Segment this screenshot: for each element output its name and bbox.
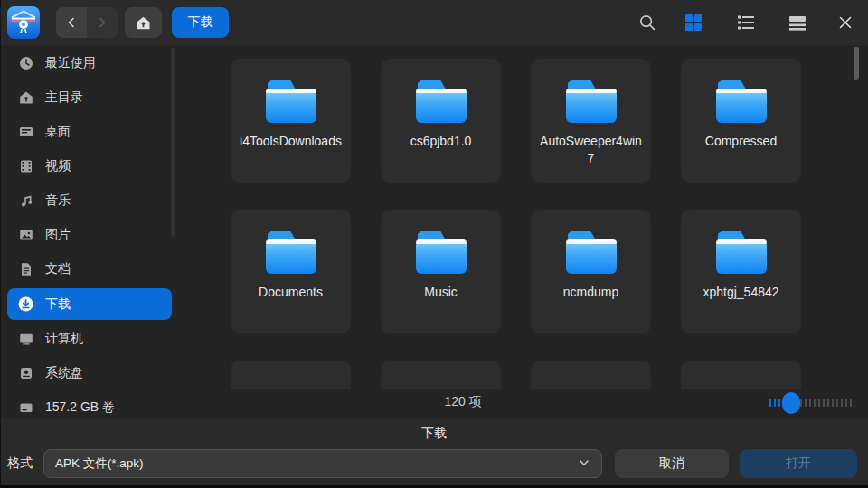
download-circle-icon bbox=[18, 296, 33, 312]
picture-icon bbox=[18, 228, 33, 243]
file-grid-area: i4ToolsDownloads cs6pjbd1.0 AutoSweeper4… bbox=[181, 45, 868, 389]
desktop-icon bbox=[18, 125, 33, 140]
statusbar: 120 项 bbox=[181, 389, 868, 418]
music-note-icon bbox=[18, 193, 33, 209]
sidebar: 最近使用 主目录 桌面 视频 音乐 图片 文档 下载 bbox=[0, 45, 181, 418]
sidebar-item-videos[interactable]: 视频 bbox=[0, 149, 181, 183]
slider-thumb[interactable] bbox=[782, 392, 800, 414]
sidebar-item-label: 157.2 GB 卷 bbox=[45, 399, 115, 416]
main-scrollbar[interactable] bbox=[854, 47, 859, 80]
titlebar: 下载 bbox=[0, 0, 868, 45]
folder-tile-partial[interactable] bbox=[231, 361, 351, 389]
forward-button[interactable] bbox=[87, 7, 118, 38]
folder-name: Documents bbox=[250, 284, 331, 301]
folder-icon bbox=[415, 231, 467, 275]
sidebar-item-label: 下载 bbox=[45, 296, 71, 313]
open-button[interactable]: 打开 bbox=[740, 449, 857, 478]
sidebar-item-desktop[interactable]: 桌面 bbox=[0, 115, 181, 149]
sidebar-item-label: 音乐 bbox=[45, 192, 71, 209]
slider-ticks-right bbox=[800, 399, 854, 407]
folder-name: xphtgj_54842 bbox=[694, 284, 787, 301]
sidebar-item-documents[interactable]: 文档 bbox=[0, 252, 181, 286]
system-disk-icon bbox=[18, 366, 33, 381]
folder-name: ncmdump bbox=[555, 284, 627, 301]
sidebar-item-label: 桌面 bbox=[45, 124, 71, 140]
search-icon[interactable] bbox=[637, 14, 657, 32]
folder-tile[interactable]: xphtgj_54842 bbox=[681, 210, 801, 333]
grid-view-icon[interactable] bbox=[684, 14, 703, 32]
folder-tile[interactable]: AutoSweeper4win7 bbox=[531, 59, 651, 183]
folder-tile[interactable]: i4ToolsDownloads bbox=[231, 59, 351, 183]
cancel-button-label: 取消 bbox=[659, 455, 684, 472]
sidebar-item-label: 计算机 bbox=[45, 331, 83, 347]
tab-label: 下载 bbox=[188, 14, 213, 31]
sidebar-item-home[interactable]: 主目录 bbox=[0, 80, 181, 115]
tab-downloads[interactable]: 下载 bbox=[172, 7, 229, 38]
sidebar-item-label: 图片 bbox=[45, 227, 71, 243]
folder-tile[interactable]: Documents bbox=[231, 210, 351, 333]
list-view-icon[interactable] bbox=[736, 14, 756, 32]
format-label: 格式 bbox=[7, 455, 36, 472]
back-button[interactable] bbox=[56, 7, 87, 38]
sidebar-item-label: 视频 bbox=[45, 158, 71, 174]
sidebar-item-recent[interactable]: 最近使用 bbox=[0, 46, 181, 80]
file-grid: i4ToolsDownloads cs6pjbd1.0 AutoSweeper4… bbox=[181, 45, 868, 389]
folder-tile[interactable]: Music bbox=[381, 210, 501, 333]
home-button[interactable] bbox=[125, 7, 162, 38]
folder-name: AutoSweeper4win7 bbox=[531, 133, 651, 167]
clock-icon bbox=[18, 56, 33, 71]
detail-view-icon[interactable] bbox=[788, 14, 807, 32]
format-row: 格式 APK 文件(*.apk) 取消 打开 bbox=[7, 449, 859, 478]
dialog-footer: 下载 格式 APK 文件(*.apk) 取消 打开 bbox=[0, 418, 868, 486]
sidebar-scrollbar[interactable] bbox=[171, 48, 175, 237]
sidebar-item-system-disk[interactable]: 系统盘 bbox=[0, 356, 181, 390]
folder-name: Music bbox=[416, 284, 466, 301]
sidebar-item-computer[interactable]: 计算机 bbox=[0, 322, 181, 356]
close-icon[interactable] bbox=[835, 14, 855, 32]
document-icon bbox=[18, 262, 33, 277]
chevron-down-icon bbox=[578, 456, 590, 472]
folder-icon bbox=[565, 80, 618, 124]
open-button-label: 打开 bbox=[786, 455, 811, 472]
folder-tile[interactable]: ncmdump bbox=[531, 210, 651, 333]
volume-icon bbox=[18, 400, 33, 416]
folder-name: i4ToolsDownloads bbox=[231, 133, 350, 150]
history-nav bbox=[56, 7, 118, 38]
folder-icon bbox=[565, 231, 618, 275]
file-manager-window: 下载 最近使用 主目录 桌面 bbox=[0, 0, 868, 488]
slider-ticks-left bbox=[769, 399, 782, 407]
sidebar-item-label: 系统盘 bbox=[45, 365, 83, 381]
sidebar-item-pictures[interactable]: 图片 bbox=[0, 218, 181, 252]
folder-icon bbox=[715, 231, 768, 275]
dialog-title: 下载 bbox=[0, 426, 868, 442]
cancel-button[interactable]: 取消 bbox=[615, 449, 729, 478]
folder-tile-partial[interactable] bbox=[531, 361, 651, 389]
folder-icon bbox=[715, 80, 768, 124]
home-icon bbox=[18, 90, 33, 106]
sidebar-item-label: 主目录 bbox=[45, 89, 83, 106]
folder-icon bbox=[265, 80, 317, 124]
folder-name: cs6pjbd1.0 bbox=[402, 133, 480, 150]
folder-tile-partial[interactable] bbox=[381, 361, 501, 389]
folder-tile[interactable]: Compressed bbox=[681, 59, 801, 183]
sidebar-item-music[interactable]: 音乐 bbox=[0, 183, 181, 218]
item-count: 120 项 bbox=[444, 394, 481, 410]
folder-tile[interactable]: cs6pjbd1.0 bbox=[381, 59, 501, 183]
sidebar-item-label: 最近使用 bbox=[45, 55, 96, 71]
sidebar-item-downloads[interactable]: 下载 bbox=[7, 288, 172, 320]
format-select[interactable]: APK 文件(*.apk) bbox=[43, 449, 602, 478]
film-icon bbox=[18, 159, 33, 174]
folder-name: Compressed bbox=[697, 133, 785, 150]
folder-icon bbox=[415, 80, 467, 124]
home-icon bbox=[136, 15, 151, 31]
zoom-slider[interactable] bbox=[769, 392, 854, 414]
computer-icon bbox=[18, 332, 33, 347]
app-icon bbox=[7, 6, 40, 39]
folder-icon bbox=[265, 231, 317, 275]
folder-tile-partial[interactable] bbox=[681, 361, 801, 389]
format-select-value: APK 文件(*.apk) bbox=[55, 455, 578, 472]
sidebar-item-label: 文档 bbox=[45, 261, 71, 277]
